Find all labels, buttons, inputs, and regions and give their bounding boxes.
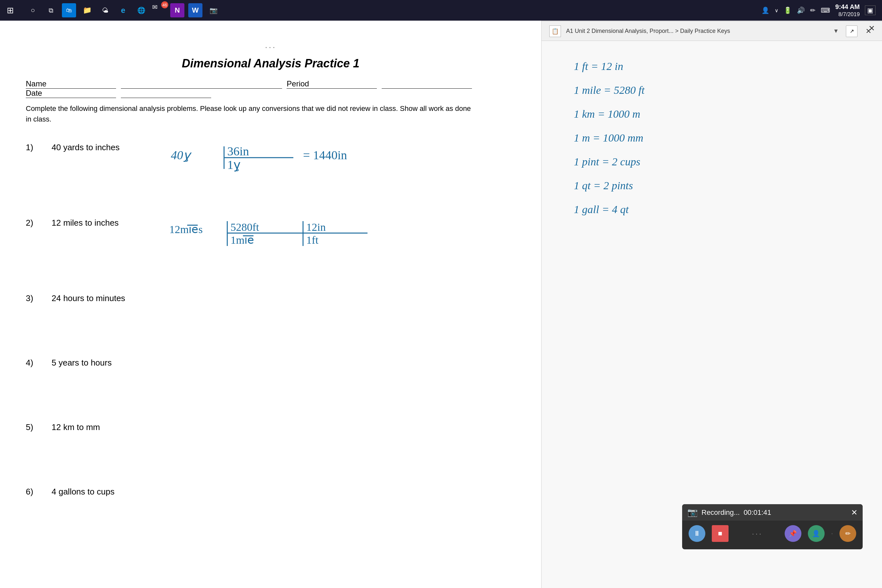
mail-badge: 46 bbox=[161, 1, 168, 8]
recording-cam-icon: 📷 bbox=[687, 507, 698, 518]
svg-text:1ft: 1ft bbox=[306, 234, 318, 246]
problem-5: 5) 12 km to mm bbox=[26, 420, 516, 458]
notes-breadcrumb: A1 Unit 2 Dimensional Analysis, Proport.… bbox=[566, 28, 828, 34]
notes-header: 📋 A1 Unit 2 Dimensional Analysis, Propor… bbox=[542, 22, 882, 41]
svg-text:1mi̅e̅: 1mi̅e̅ bbox=[231, 234, 254, 246]
main-area: ... Dimensional Analysis Practice 1 Name… bbox=[0, 21, 882, 588]
recording-stop-button[interactable]: ■ bbox=[712, 525, 729, 542]
battery-icon: 🔋 bbox=[784, 6, 792, 14]
store-icon[interactable]: 🛍 bbox=[62, 3, 76, 17]
svg-text:= 1440in: = 1440in bbox=[303, 148, 347, 162]
volume-icon[interactable]: 🔊 bbox=[797, 6, 805, 14]
search-taskbar-icon[interactable]: ○ bbox=[26, 3, 40, 17]
start-button[interactable]: ⊞ bbox=[0, 0, 21, 21]
onenote-icon[interactable]: N bbox=[170, 3, 184, 17]
recording-timer: 00:01:41 bbox=[744, 508, 771, 517]
task-view-icon[interactable]: ⧉ bbox=[44, 3, 58, 17]
problem-2-svg: 12mi̅e̅s 5280ft 1mi̅e̅ 12in 1ft bbox=[168, 215, 400, 264]
document-panel: ... Dimensional Analysis Practice 1 Name… bbox=[0, 21, 542, 588]
date-label: Date bbox=[26, 88, 116, 98]
problem-6: 6) 4 gallons to cups bbox=[26, 484, 516, 523]
problem-5-text: 12 km to mm bbox=[52, 420, 155, 432]
problem-3: 3) 24 hours to minutes bbox=[26, 291, 516, 330]
recording-dots: · · · bbox=[735, 530, 778, 537]
chrome-icon[interactable]: 🌐 bbox=[134, 3, 148, 17]
taskbar-app-icons: ○ ⧉ 🛍 📁 🌤 e 🌐 ✉ 46 N W 📷 bbox=[21, 3, 761, 17]
keyboard-icon[interactable]: ⌨ bbox=[821, 6, 830, 14]
pen-icon[interactable]: ✏ bbox=[810, 6, 816, 14]
svg-text:1y̧: 1y̧ bbox=[227, 158, 240, 171]
note-line-1: 1 ft = 12 in bbox=[574, 60, 856, 72]
problem-4-num: 4) bbox=[26, 355, 52, 368]
note-line-3: 1 km = 1000 m bbox=[574, 108, 856, 120]
chevron-icon[interactable]: ∨ bbox=[775, 8, 778, 14]
taskbar-right: 👤 ∨ 🔋 🔊 ✏ ⌨ 9:44 AM 8/7/2019 ▣ bbox=[761, 3, 882, 18]
webcam-taskbar-icon[interactable]: 📷 bbox=[206, 3, 220, 17]
notes-expand-button[interactable]: ↗ bbox=[846, 26, 858, 37]
problem-1-num: 1) bbox=[26, 140, 52, 153]
notes-content: 1 ft = 12 in 1 mile = 5280 ft 1 km = 100… bbox=[542, 41, 882, 247]
problem-4: 4) 5 years to hours bbox=[26, 355, 516, 394]
problem-6-num: 6) bbox=[26, 484, 52, 497]
breadcrumb-dropdown[interactable]: ▼ bbox=[833, 28, 839, 34]
recording-pin-button[interactable]: 📌 bbox=[784, 525, 801, 542]
recording-pause-button[interactable]: ⏸ bbox=[688, 525, 705, 542]
doc-instructions: Complete the following dimensional analy… bbox=[26, 103, 477, 124]
notes-panel: 📋 A1 Unit 2 Dimensional Analysis, Propor… bbox=[542, 21, 882, 588]
problem-3-text: 24 hours to minutes bbox=[52, 291, 155, 303]
recording-controls: ⏸ ■ · · · 📌 👤 · ✏ bbox=[682, 520, 862, 546]
svg-text:12mi̅e̅s: 12mi̅e̅s bbox=[169, 224, 203, 236]
problem-1: 1) 40 yards to inches 40y̧ 36in 1y̧ = 14… bbox=[26, 140, 516, 189]
problem-1-work: 40y̧ 36in 1y̧ = 1440in bbox=[155, 140, 516, 189]
note-line-2: 1 mile = 5280 ft bbox=[574, 84, 856, 96]
recording-widget: 📷 Recording... 00:01:41 ✕ ⏸ ■ · · · 📌 👤 … bbox=[682, 504, 862, 549]
taskbar: ⊞ ○ ⧉ 🛍 📁 🌤 e 🌐 ✉ 46 N W 📷 👤 ∨ 🔋 🔊 ✏ ⌨ 9… bbox=[0, 0, 882, 21]
period-label: Period bbox=[286, 79, 377, 88]
problem-3-num: 3) bbox=[26, 291, 52, 303]
problem-2-work: 12mi̅e̅s 5280ft 1mi̅e̅ 12in 1ft bbox=[155, 215, 516, 265]
doc-meta-line: Name Period Date bbox=[26, 79, 516, 98]
word-icon[interactable]: W bbox=[188, 3, 202, 17]
problem-2: 2) 12 miles to inches 12mi̅e̅s 5280ft 1m… bbox=[26, 215, 516, 265]
problem-2-num: 2) bbox=[26, 215, 52, 228]
svg-text:40y̧: 40y̧ bbox=[171, 148, 192, 162]
mail-icon[interactable]: ✉ 46 bbox=[152, 3, 166, 17]
doc-menu-dots[interactable]: ... bbox=[26, 40, 516, 50]
problem-4-text: 5 years to hours bbox=[52, 355, 155, 368]
problem-5-num: 5) bbox=[26, 420, 52, 432]
svg-text:12in: 12in bbox=[306, 221, 326, 233]
recording-person-button[interactable]: 👤 bbox=[808, 525, 825, 542]
recording-pen-button[interactable]: ✏ bbox=[840, 525, 856, 542]
window-close-button[interactable]: ✕ bbox=[861, 21, 882, 36]
recording-dot-separator: · bbox=[831, 530, 833, 538]
recording-close-button[interactable]: ✕ bbox=[851, 508, 858, 517]
files-icon[interactable]: 📁 bbox=[80, 3, 94, 17]
notes-page-icon[interactable]: 📋 bbox=[549, 26, 561, 37]
svg-text:5280ft: 5280ft bbox=[231, 221, 259, 233]
name-label: Name bbox=[26, 79, 116, 88]
clock: 9:44 AM 8/7/2019 bbox=[835, 3, 860, 18]
edge-icon[interactable]: e bbox=[116, 3, 130, 17]
notifications-icon[interactable]: ▣ bbox=[865, 6, 876, 15]
people-icon[interactable]: 👤 bbox=[761, 6, 770, 14]
problem-2-text: 12 miles to inches bbox=[52, 215, 155, 228]
recording-header: 📷 Recording... 00:01:41 ✕ bbox=[682, 504, 862, 520]
recording-title: 📷 Recording... 00:01:41 bbox=[687, 507, 771, 518]
note-line-7: 1 gall = 4 qt bbox=[574, 203, 856, 216]
note-line-4: 1 m = 1000 mm bbox=[574, 132, 856, 144]
note-line-5: 1 pint = 2 cups bbox=[574, 156, 856, 168]
problem-1-svg: 40y̧ 36in 1y̧ = 1440in bbox=[168, 140, 393, 188]
doc-title: Dimensional Analysis Practice 1 bbox=[26, 57, 516, 70]
svg-text:36in: 36in bbox=[227, 144, 249, 158]
problem-6-text: 4 gallons to cups bbox=[52, 484, 155, 497]
weather-icon[interactable]: 🌤 bbox=[98, 3, 112, 17]
note-line-6: 1 qt = 2 pints bbox=[574, 180, 856, 192]
problem-1-text: 40 yards to inches bbox=[52, 140, 155, 153]
